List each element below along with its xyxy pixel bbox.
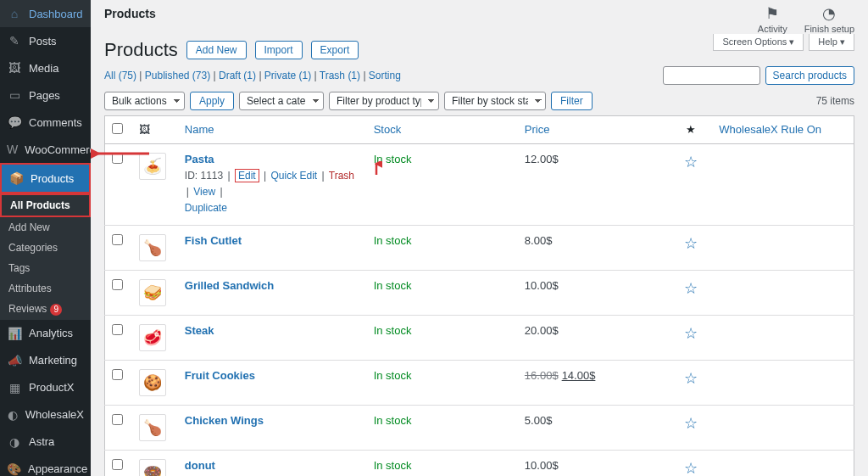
- col-image[interactable]: 🖼: [132, 115, 177, 143]
- sidebar-item-woocommerce[interactable]: WWooCommerce: [0, 136, 91, 163]
- stock-status: In stock: [374, 369, 412, 382]
- row-action-trash[interactable]: Trash: [329, 170, 354, 182]
- screen-options-tab[interactable]: Screen Options ▾: [713, 34, 804, 51]
- row-action-edit[interactable]: Edit: [235, 169, 259, 182]
- filter-sorting[interactable]: Sorting: [369, 70, 401, 81]
- featured-star[interactable]: ☆: [684, 235, 698, 252]
- sidebar-item-media[interactable]: 🖼Media: [0, 54, 91, 81]
- sidebar-item-products[interactable]: 📦Products: [0, 163, 91, 193]
- sidebar-item-label: Astra: [29, 435, 54, 448]
- row-checkbox[interactable]: [112, 153, 123, 164]
- items-count: 75 items: [816, 95, 854, 107]
- filter-draft[interactable]: Draft (1): [219, 70, 256, 81]
- row-checkbox[interactable]: [112, 234, 123, 245]
- product-thumbnail[interactable]: 🍪: [139, 369, 166, 396]
- sidebar-item-dashboard[interactable]: ⌂Dashboard: [0, 0, 91, 27]
- product-name-link[interactable]: Fish Cutlet: [185, 234, 242, 247]
- row-action-duplicate[interactable]: Duplicate: [185, 202, 227, 214]
- page-title: Products: [104, 39, 178, 61]
- activity-button[interactable]: ⚑Activity: [758, 5, 787, 34]
- row-checkbox[interactable]: [112, 459, 123, 470]
- sidebar-item-label: Marketing: [29, 354, 77, 367]
- apply-button[interactable]: Apply: [190, 92, 234, 110]
- row-actions: ID: 1113 | Edit | Quick Edit | Trash | V…: [185, 168, 360, 217]
- product-thumbnail[interactable]: 🍗: [139, 414, 166, 441]
- import-button[interactable]: Import: [255, 41, 303, 59]
- table-row: 🥩SteakIn stock20.00$☆: [105, 316, 854, 361]
- row-checkbox[interactable]: [112, 324, 123, 335]
- wholesalex-rule-cell: [712, 143, 854, 226]
- row-checkbox[interactable]: [112, 414, 123, 425]
- featured-star[interactable]: ☆: [684, 460, 698, 476]
- add-new-button[interactable]: Add New: [186, 41, 247, 59]
- sidebar-item-productx[interactable]: ▦ProductX: [0, 374, 91, 401]
- product-name-link[interactable]: Fruit Cookies: [185, 369, 255, 382]
- col-stock[interactable]: Stock: [367, 115, 518, 143]
- row-checkbox[interactable]: [112, 279, 123, 290]
- sidebar-item-label: Analytics: [29, 327, 73, 339]
- sidebar-subitem-all-products[interactable]: All Products: [0, 193, 91, 217]
- filter-published[interactable]: Published (73): [145, 70, 210, 81]
- finish-setup-button[interactable]: ◔Finish setup: [804, 5, 854, 34]
- product-thumbnail[interactable]: 🍩: [139, 459, 166, 476]
- sidebar-item-label: WooCommerce: [25, 143, 101, 156]
- stock-status: In stock: [374, 459, 412, 472]
- sidebar-item-pages[interactable]: ▭Pages: [0, 81, 91, 109]
- featured-star[interactable]: ☆: [684, 325, 698, 342]
- sidebar-item-astra[interactable]: ◑Astra: [0, 428, 91, 456]
- select-all-checkbox[interactable]: [112, 123, 123, 134]
- product-name-link[interactable]: Pasta: [185, 153, 214, 165]
- sidebar-item-label: Products: [31, 172, 74, 185]
- sidebar-item-posts[interactable]: ✎Posts: [0, 27, 91, 54]
- sidebar-item-label: Dashboard: [29, 8, 83, 20]
- product-type-select[interactable]: Filter by product type: [329, 92, 439, 110]
- sidebar-item-marketing[interactable]: 📣Marketing: [0, 347, 91, 374]
- col-featured[interactable]: ★: [669, 115, 712, 143]
- export-button[interactable]: Export: [311, 41, 359, 59]
- sidebar-item-label: Media: [29, 62, 58, 75]
- wholesalex-rule-cell: [712, 271, 854, 316]
- product-name-link[interactable]: Steak: [185, 324, 214, 337]
- row-checkbox[interactable]: [112, 369, 123, 380]
- sidebar-subitem-tags[interactable]: Tags: [0, 258, 91, 278]
- filter-all[interactable]: All (75): [104, 70, 136, 81]
- bulk-actions-select[interactable]: Bulk actions: [104, 92, 185, 110]
- sidebar-subitem-attributes[interactable]: Attributes: [0, 278, 91, 299]
- product-name-link[interactable]: donut: [185, 459, 215, 472]
- featured-star[interactable]: ☆: [684, 280, 698, 297]
- search-button[interactable]: Search products: [765, 66, 854, 85]
- help-tab[interactable]: Help ▾: [809, 34, 854, 51]
- sidebar-item-comments[interactable]: 💬Comments: [0, 109, 91, 136]
- row-action-quick-edit[interactable]: Quick Edit: [271, 170, 318, 182]
- product-thumbnail[interactable]: 🥩: [139, 324, 166, 351]
- filter-private[interactable]: Private (1): [264, 70, 311, 81]
- stock-status-select[interactable]: Filter by stock status: [444, 92, 546, 110]
- product-thumbnail[interactable]: 🍗: [139, 234, 166, 261]
- col-price[interactable]: Price: [518, 115, 669, 143]
- sidebar-item-label: ProductX: [29, 381, 74, 394]
- product-thumbnail[interactable]: 🥪: [139, 279, 166, 306]
- category-select[interactable]: Select a category: [239, 92, 324, 110]
- comments-icon: 💬: [7, 115, 22, 130]
- row-action-view[interactable]: View: [193, 186, 215, 198]
- media-icon: 🖼: [7, 60, 22, 76]
- sidebar-item-appearance[interactable]: 🎨Appearance: [0, 456, 91, 477]
- stock-status: In stock: [374, 279, 412, 292]
- products-table: 🖼 Name Stock Price ★ WholesaleX Rule On …: [104, 115, 854, 476]
- sidebar-subitem-add-new[interactable]: Add New: [0, 217, 91, 238]
- col-name[interactable]: Name: [178, 115, 367, 143]
- sidebar-subitem-categories[interactable]: Categories: [0, 238, 91, 258]
- sidebar-item-wholesalex[interactable]: ◐WholesaleX: [0, 401, 91, 428]
- product-thumbnail[interactable]: 🍝: [139, 153, 166, 180]
- filter-trash[interactable]: Trash (1): [320, 70, 360, 81]
- featured-star[interactable]: ☆: [684, 154, 698, 171]
- product-name-link[interactable]: Chicken Wings: [185, 414, 264, 427]
- sidebar-subitem-reviews[interactable]: Reviews9: [0, 299, 91, 320]
- featured-star[interactable]: ☆: [684, 415, 698, 432]
- sidebar-item-analytics[interactable]: 📊Analytics: [0, 320, 91, 347]
- filter-button[interactable]: Filter: [551, 92, 593, 110]
- featured-star[interactable]: ☆: [684, 370, 698, 387]
- search-input[interactable]: [663, 66, 760, 85]
- productx-icon: ▦: [7, 380, 22, 395]
- product-name-link[interactable]: Grilled Sandwich: [185, 279, 274, 292]
